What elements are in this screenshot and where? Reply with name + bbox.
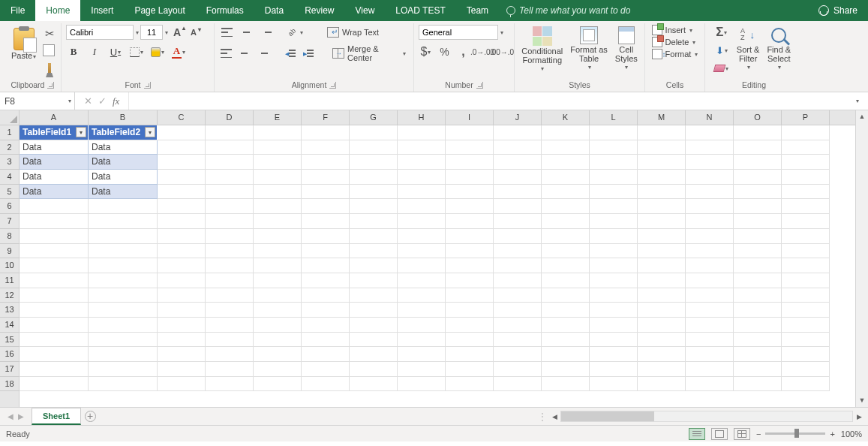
cell[interactable]	[542, 273, 590, 288]
cell[interactable]	[638, 258, 686, 273]
align-bottom-button[interactable]	[258, 25, 273, 40]
cell[interactable]	[734, 333, 782, 348]
cell[interactable]	[206, 155, 254, 170]
font-size-dropdown[interactable]: ▾	[165, 29, 168, 36]
autosum-button[interactable]: Σ▾	[714, 25, 729, 40]
cell[interactable]	[398, 303, 446, 318]
cell[interactable]	[446, 288, 494, 303]
expand-formula-bar[interactable]: ▾	[856, 98, 859, 104]
sort-filter-button[interactable]: Sort & Filter▾	[734, 25, 763, 72]
cell[interactable]	[302, 170, 350, 185]
cell[interactable]	[89, 288, 158, 303]
insert-cells-button[interactable]: Insert▾	[649, 25, 701, 35]
decrease-font-button[interactable]: A▾	[186, 25, 201, 40]
tab-review[interactable]: Review	[294, 0, 344, 21]
tab-page-layout[interactable]: Page Layout	[124, 0, 195, 21]
page-layout-view-button[interactable]	[711, 428, 728, 440]
cell[interactable]	[686, 155, 734, 170]
cell[interactable]	[446, 170, 494, 185]
column-header[interactable]: I	[446, 110, 494, 125]
accept-formula-button[interactable]: ✓	[98, 95, 107, 107]
cell[interactable]	[542, 318, 590, 333]
cell[interactable]	[158, 377, 206, 392]
cell[interactable]	[302, 214, 350, 229]
cell[interactable]	[20, 199, 89, 214]
cell[interactable]	[302, 333, 350, 348]
cell[interactable]	[302, 125, 350, 140]
cell[interactable]	[302, 288, 350, 303]
scroll-right-button[interactable]: ▶	[853, 413, 865, 420]
cell[interactable]	[158, 288, 206, 303]
increase-decimal-button[interactable]: .0→.00	[475, 44, 490, 59]
scroll-down-button[interactable]: ▼	[856, 394, 868, 407]
cell[interactable]	[158, 185, 206, 200]
cell[interactable]	[734, 303, 782, 318]
fill-button[interactable]: ⬇▾	[714, 43, 729, 58]
cell[interactable]	[254, 258, 302, 273]
cell[interactable]	[206, 318, 254, 333]
cell[interactable]	[638, 288, 686, 303]
cell[interactable]	[782, 199, 830, 214]
name-box[interactable]: F8▾	[0, 92, 75, 110]
cell[interactable]	[446, 244, 494, 259]
cell[interactable]	[590, 303, 638, 318]
cell[interactable]	[158, 347, 206, 362]
cell[interactable]	[206, 125, 254, 140]
zoom-in-button[interactable]: +	[830, 429, 834, 438]
cell[interactable]	[734, 273, 782, 288]
column-header[interactable]: K	[542, 110, 590, 125]
cell[interactable]	[398, 244, 446, 259]
cell[interactable]	[686, 333, 734, 348]
cell[interactable]: Data	[20, 185, 89, 200]
cell[interactable]	[254, 244, 302, 259]
column-header[interactable]: M	[638, 110, 686, 125]
cell[interactable]	[350, 318, 398, 333]
cell[interactable]	[89, 244, 158, 259]
cell[interactable]	[302, 362, 350, 377]
accounting-format-button[interactable]: $▾	[419, 44, 433, 59]
cell[interactable]	[494, 288, 542, 303]
cell[interactable]	[158, 214, 206, 229]
filter-dropdown[interactable]: ▼	[145, 127, 155, 137]
cell[interactable]	[734, 229, 782, 244]
cell[interactable]	[638, 155, 686, 170]
cell[interactable]	[494, 273, 542, 288]
cell[interactable]	[446, 362, 494, 377]
cell[interactable]	[446, 185, 494, 200]
cell[interactable]	[494, 244, 542, 259]
cell[interactable]: Data	[89, 170, 158, 185]
cell[interactable]	[782, 155, 830, 170]
cell[interactable]	[734, 288, 782, 303]
cell[interactable]	[350, 199, 398, 214]
cell[interactable]	[734, 318, 782, 333]
cell[interactable]	[254, 377, 302, 392]
percent-format-button[interactable]: %	[437, 44, 452, 59]
delete-cells-button[interactable]: Delete▾	[649, 37, 701, 47]
cell[interactable]	[20, 214, 89, 229]
cell[interactable]	[206, 347, 254, 362]
cell[interactable]	[446, 377, 494, 392]
cell[interactable]	[206, 288, 254, 303]
cell[interactable]	[89, 318, 158, 333]
cell[interactable]	[89, 347, 158, 362]
cell[interactable]	[494, 318, 542, 333]
cell[interactable]	[734, 258, 782, 273]
align-center-button[interactable]	[237, 46, 251, 61]
cell[interactable]	[398, 288, 446, 303]
column-header[interactable]: J	[494, 110, 542, 125]
cell[interactable]	[590, 347, 638, 362]
cell[interactable]	[20, 229, 89, 244]
tell-me-search[interactable]: Tell me what you want to do	[499, 0, 638, 21]
cell[interactable]	[638, 244, 686, 259]
cell[interactable]	[398, 347, 446, 362]
cell[interactable]	[398, 273, 446, 288]
cell[interactable]	[542, 377, 590, 392]
tab-file[interactable]: File	[0, 0, 35, 21]
row-header[interactable]: 15	[0, 333, 19, 348]
cell[interactable]	[590, 333, 638, 348]
cell[interactable]	[638, 303, 686, 318]
cell[interactable]	[158, 155, 206, 170]
horizontal-scrollbar[interactable]	[560, 411, 853, 422]
paste-button[interactable]: Paste▾	[8, 25, 39, 62]
cell[interactable]	[254, 140, 302, 155]
